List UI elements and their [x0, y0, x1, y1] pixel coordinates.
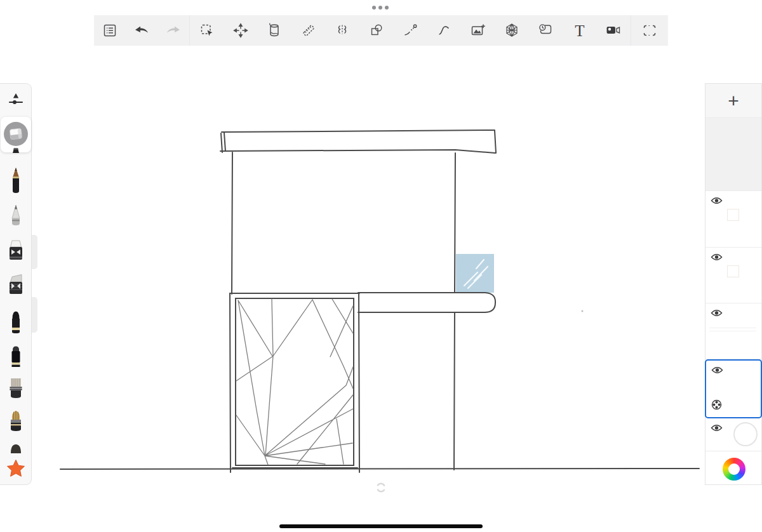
layer-row-1[interactable] [705, 191, 761, 248]
layer-row-5[interactable] [705, 418, 761, 451]
layer-row-2[interactable] [705, 248, 761, 303]
toolbar-group-history [94, 15, 189, 46]
brush-soft-blender[interactable] [0, 442, 32, 453]
time-lapse-icon[interactable] [535, 20, 556, 41]
layer-row-4-selected[interactable] [705, 359, 762, 418]
measure-ruler-icon[interactable] [298, 20, 319, 41]
canvas[interactable] [0, 0, 762, 532]
color-wheel-hole [728, 463, 740, 475]
stroke-smooth-icon[interactable] [433, 20, 455, 41]
toolbar-group-tools: T [189, 15, 631, 46]
layers-spacer [705, 118, 761, 191]
favorites-star-icon[interactable] [0, 459, 32, 478]
brush-pencil[interactable] [0, 204, 32, 227]
layer-row-3[interactable] [705, 303, 761, 359]
shape-guides-icon[interactable] [366, 20, 387, 41]
brush-scroll-tab[interactable] [32, 297, 37, 333]
layer-visibility-icon[interactable] [711, 423, 723, 435]
multitask-handle-icon[interactable] [372, 6, 389, 10]
layer-colorwheel-icon[interactable] [711, 399, 722, 413]
main-toolbar: T [94, 15, 668, 46]
brush-bristle-brush[interactable] [0, 409, 32, 435]
select-icon[interactable] [196, 20, 218, 41]
brush-scroll-tab[interactable] [32, 235, 37, 269]
fullscreen-icon[interactable] [639, 20, 660, 41]
layer-thumbnail [727, 209, 739, 221]
brush-angled-marker[interactable] [0, 274, 32, 296]
fill-icon[interactable] [264, 20, 285, 41]
layer-visibility-icon[interactable] [711, 366, 723, 377]
layer-thumbnail [727, 265, 739, 277]
layer-visibility-icon[interactable] [711, 253, 723, 264]
perspective-grid-icon[interactable] [501, 20, 523, 41]
brush-peek-nib-icon [0, 147, 32, 153]
toolbar-group-view [631, 15, 668, 46]
import-image-icon[interactable] [467, 20, 489, 41]
rotate-canvas-icon[interactable] [375, 482, 387, 493]
tool-settings-icon[interactable] [0, 92, 32, 107]
add-layer-button[interactable]: + [705, 84, 761, 118]
layer-thumbnail [733, 422, 758, 446]
redo-icon[interactable] [163, 20, 184, 41]
brush-ink-pen[interactable] [0, 167, 32, 194]
layer-visibility-icon[interactable] [711, 309, 723, 320]
add-layer-glyph: + [728, 90, 739, 112]
menu-icon[interactable] [99, 20, 121, 41]
move-icon[interactable] [230, 20, 251, 41]
brush-sidebar [0, 83, 32, 485]
video-record-icon[interactable] [603, 20, 624, 41]
text-tool-glyph: T [575, 23, 584, 39]
undo-icon[interactable] [131, 20, 152, 41]
brush-flat-marker[interactable] [0, 344, 32, 368]
path-edit-icon[interactable] [399, 20, 421, 41]
text-tool-icon[interactable]: T [569, 20, 591, 41]
layer-visibility-icon[interactable] [711, 196, 723, 208]
symmetry-icon[interactable] [331, 20, 353, 41]
drawing-app: { "colors": { "accent": "#1e6ed8", "wind… [0, 0, 762, 532]
layers-panel: + [705, 83, 762, 485]
home-indicator[interactable] [279, 524, 483, 528]
brush-flat-brush[interactable] [0, 377, 32, 401]
color-picker-wheel[interactable] [723, 458, 745, 481]
brush-chisel-marker[interactable] [0, 239, 32, 262]
brush-round-marker[interactable] [0, 310, 32, 334]
layer-thumbnail [709, 328, 756, 334]
brush-eraser[interactable] [0, 121, 32, 147]
